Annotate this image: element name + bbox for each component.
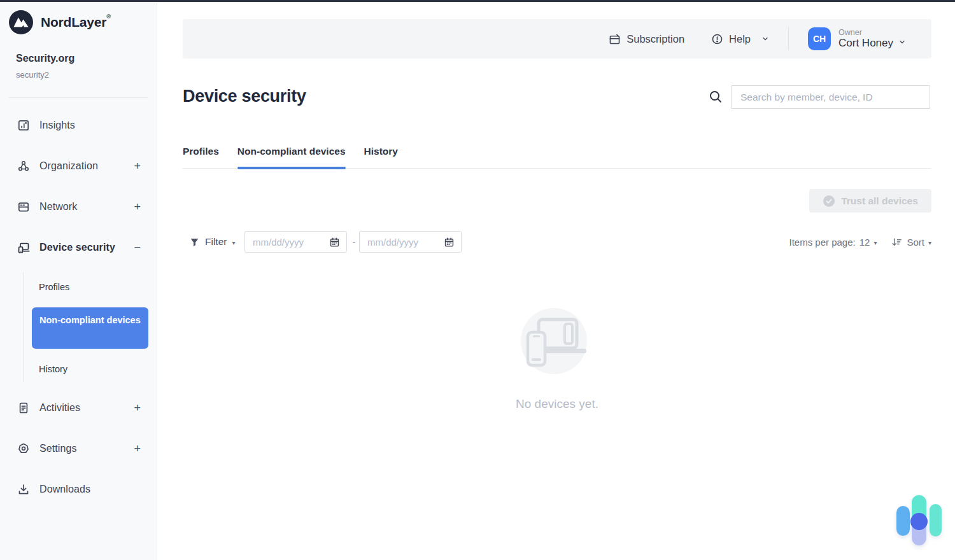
filter-icon: [189, 237, 200, 248]
sidebar-item-downloads[interactable]: Downloads: [0, 475, 157, 503]
date-range-separator: -: [350, 231, 358, 253]
brand-name: NordLayer®: [41, 15, 111, 30]
date-from-input[interactable]: mm/dd/yyyy: [244, 231, 347, 253]
expand-toggle: +: [134, 160, 141, 173]
sidebar-item-label: Activities: [39, 402, 80, 414]
activities-icon: [17, 402, 30, 414]
top-accent-strip: [0, 0, 955, 2]
sidebar-item-label: Settings: [39, 443, 77, 454]
no-devices-illustration: [513, 304, 605, 381]
help-icon: [711, 33, 723, 45]
date-to-input[interactable]: mm/dd/yyyy: [359, 231, 462, 253]
items-per-page-dropdown[interactable]: Items per page: 12 ▾: [789, 237, 877, 248]
sidebar-item-label: Network: [39, 201, 77, 213]
help-label: Help: [729, 33, 751, 45]
sidebar-item-network[interactable]: Network +: [0, 193, 157, 221]
trust-all-devices-label: Trust all devices: [841, 195, 918, 207]
subscription-button[interactable]: Subscription: [609, 33, 684, 45]
tab-profiles[interactable]: Profiles: [183, 146, 219, 168]
calendar-icon[interactable]: [329, 237, 340, 248]
collapse-toggle: −: [134, 241, 141, 255]
sidebar-item-device-security[interactable]: Device security −: [0, 234, 157, 262]
sidebar-item-insights[interactable]: Insights: [0, 111, 157, 139]
sidebar-item-label: Insights: [39, 120, 75, 131]
tab-label: Non-compliant devices: [237, 146, 346, 157]
account-menu[interactable]: CH Owner Cort Honey: [808, 27, 906, 50]
sidebar-item-label: Device security: [39, 242, 115, 253]
topbar: Subscription Help CH Owner Cort Ho: [183, 19, 931, 59]
sidebar-divider: [9, 97, 148, 98]
sidebar-subitem-non-compliant-devices[interactable]: Non-compliant devices: [32, 307, 148, 349]
search-icon: [709, 90, 723, 104]
sort-icon: [891, 236, 903, 248]
empty-state-message: No devices yet.: [183, 397, 931, 411]
date-to-placeholder: mm/dd/yyyy: [367, 237, 444, 248]
submenu-guide-line: [23, 272, 24, 382]
help-menu[interactable]: Help: [711, 33, 769, 45]
expand-toggle: +: [134, 402, 141, 415]
chevron-down-icon: [898, 38, 906, 46]
tab-history[interactable]: History: [364, 146, 398, 168]
sort-dropdown[interactable]: Sort ▾: [891, 236, 931, 248]
subscription-label: Subscription: [626, 33, 684, 45]
brand[interactable]: NordLayer®: [9, 10, 111, 34]
downloads-icon: [17, 483, 30, 496]
items-per-page-value: 12: [860, 237, 870, 248]
subitem-label: Non-compliant devices: [39, 315, 141, 325]
network-icon: [17, 200, 30, 213]
chat-widget-launcher-icon[interactable]: [893, 495, 944, 551]
page-title: Device security: [183, 87, 306, 106]
date-from-placeholder: mm/dd/yyyy: [253, 237, 329, 248]
list-controls: Items per page: 12 ▾ Sort ▾: [770, 231, 931, 253]
widget-dot: [910, 513, 928, 530]
tab-label: Profiles: [183, 146, 219, 157]
app-root: NordLayer® Security.org security2 Insigh…: [0, 0, 955, 560]
owner-role-label: Owner: [838, 28, 893, 37]
subitem-label: History: [39, 364, 67, 374]
sidebar-item-settings[interactable]: Settings +: [0, 435, 157, 463]
expand-toggle: +: [134, 200, 141, 214]
subitem-label: Profiles: [39, 282, 69, 292]
sidebar-subitem-profiles[interactable]: Profiles: [32, 278, 148, 296]
tab-label: History: [364, 146, 398, 157]
caret-down-icon: ▾: [874, 239, 877, 246]
avatar: CH: [808, 27, 831, 50]
filter-dropdown[interactable]: Filter ▾: [189, 231, 235, 253]
org-name: Security.org: [16, 53, 74, 64]
tab-bar: Profiles Non-compliant devices History: [183, 146, 931, 169]
caret-down-icon: ▾: [928, 239, 931, 246]
owner-block: Owner Cort Honey: [838, 28, 906, 50]
topbar-divider: [788, 27, 789, 50]
expand-toggle: +: [134, 442, 141, 456]
check-circle-icon: [823, 195, 835, 207]
sidebar-item-label: Downloads: [39, 484, 90, 495]
settings-icon: [17, 442, 30, 455]
sidebar-item-organization[interactable]: Organization +: [0, 152, 157, 180]
widget-bar-left: [896, 506, 910, 536]
search-input[interactable]: [731, 85, 930, 109]
widget-bar-right: [930, 504, 942, 536]
trust-all-devices-button[interactable]: Trust all devices: [809, 189, 931, 213]
sidebar: NordLayer® Security.org security2 Insigh…: [0, 0, 157, 560]
sidebar-item-label: Organization: [39, 160, 98, 172]
nordlayer-logo-icon: [9, 10, 33, 34]
registered-mark: ®: [106, 13, 110, 20]
tab-non-compliant-devices[interactable]: Non-compliant devices: [237, 146, 346, 168]
organization-icon: [17, 160, 30, 172]
items-per-page-label: Items per page:: [789, 237, 856, 248]
chevron-down-icon: [761, 35, 769, 43]
org-id: security2: [16, 70, 49, 80]
device-security-icon: [17, 241, 30, 254]
caret-down-icon: ▾: [232, 239, 235, 246]
insights-icon: [17, 119, 30, 132]
sidebar-subitem-history[interactable]: History: [32, 360, 148, 378]
filter-label: Filter: [205, 236, 227, 248]
sort-label: Sort: [907, 237, 924, 248]
owner-name: Cort Honey: [838, 37, 893, 50]
subscription-icon: [609, 33, 621, 45]
sidebar-item-activities[interactable]: Activities +: [0, 394, 157, 422]
calendar-icon[interactable]: [444, 237, 455, 248]
